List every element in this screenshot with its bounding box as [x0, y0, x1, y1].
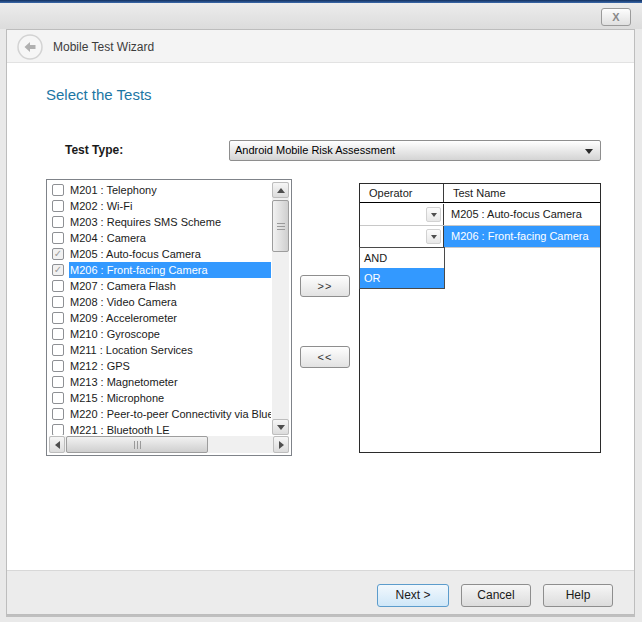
test-name-cell[interactable]: M205 : Auto-focus Camera	[444, 204, 600, 225]
wizard-header: Mobile Test Wizard	[7, 30, 634, 63]
test-list-item[interactable]: M207 : Camera Flash	[49, 278, 271, 294]
checkbox-icon[interactable]	[52, 200, 64, 212]
checkbox-icon[interactable]	[52, 296, 64, 308]
selected-tests-panel: Operator Test Name M205 : Auto-focus Cam…	[359, 183, 601, 453]
test-list-item[interactable]: M209 : Accelerometer	[49, 310, 271, 326]
scroll-left-button[interactable]	[49, 436, 65, 453]
test-list-item[interactable]: M208 : Video Camera	[49, 294, 271, 310]
test-list-item-label: M203 : Requires SMS Scheme	[69, 214, 271, 230]
checkbox-icon[interactable]	[52, 376, 64, 388]
chevron-down-icon	[431, 235, 437, 239]
operator-column-header: Operator	[360, 184, 444, 202]
test-list-item-label: M208 : Video Camera	[69, 294, 271, 310]
test-list-item-label: M205 : Auto-focus Camera	[69, 246, 271, 262]
test-name-cell[interactable]: M206 : Front-facing Camera	[444, 226, 600, 247]
test-list-item-label: M220 : Peer-to-peer Connectivity via Blu…	[69, 406, 271, 422]
test-list-item[interactable]: M204 : Camera	[49, 230, 271, 246]
test-list-item[interactable]: M201 : Telephony	[49, 182, 271, 198]
test-list-item[interactable]: M213 : Magnetometer	[49, 374, 271, 390]
vertical-scrollbar[interactable]	[272, 182, 289, 435]
test-list-item-label: M221 : Bluetooth LE	[69, 422, 271, 435]
selected-tests-header: Operator Test Name	[360, 184, 600, 203]
next-button[interactable]: Next >	[377, 584, 449, 607]
test-list-item-label: M201 : Telephony	[69, 182, 271, 198]
test-list-item[interactable]: ✓M205 : Auto-focus Camera	[49, 246, 271, 262]
operator-option[interactable]: AND	[360, 248, 444, 268]
arrow-down-icon	[277, 425, 285, 430]
wizard-title: Mobile Test Wizard	[53, 40, 154, 54]
arrow-up-icon	[277, 188, 285, 193]
operator-combo[interactable]	[360, 226, 444, 247]
test-list-item-label: M209 : Accelerometer	[69, 310, 271, 326]
test-list-item[interactable]: M203 : Requires SMS Scheme	[49, 214, 271, 230]
checkbox-icon[interactable]	[52, 408, 64, 420]
scroll-right-button[interactable]	[273, 436, 289, 453]
page-heading: Select the Tests	[46, 86, 152, 103]
help-button[interactable]: Help	[543, 584, 613, 607]
mobile-test-wizard-dialog: Mobile Test Wizard Select the Tests Test…	[6, 29, 635, 615]
vertical-scroll-thumb[interactable]	[272, 200, 289, 252]
checkbox-icon[interactable]	[52, 424, 64, 435]
test-type-value: Android Mobile Risk Assessment	[235, 144, 395, 156]
test-list-item[interactable]: M210 : Gyroscope	[49, 326, 271, 342]
checkbox-icon[interactable]	[52, 216, 64, 228]
test-list-item[interactable]: M212 : GPS	[49, 358, 271, 374]
selected-test-row: M205 : Auto-focus Camera	[360, 204, 600, 226]
add-tests-button[interactable]: >>	[300, 275, 350, 297]
chevron-down-icon	[585, 149, 593, 154]
checkbox-icon[interactable]	[52, 344, 64, 356]
checked-checkbox-icon[interactable]: ✓	[52, 248, 64, 260]
chevron-down-icon	[431, 213, 437, 217]
test-list-item-label: M212 : GPS	[69, 358, 271, 374]
test-type-select[interactable]: Android Mobile Risk Assessment	[229, 140, 601, 161]
test-list-item-label: M206 : Front-facing Camera	[69, 262, 271, 278]
operator-dropdown-button[interactable]	[426, 207, 441, 222]
selected-test-row: M206 : Front-facing Camera	[360, 226, 600, 248]
remove-tests-button[interactable]: <<	[300, 346, 350, 368]
cancel-button[interactable]: Cancel	[461, 584, 531, 607]
checkbox-icon[interactable]	[52, 328, 64, 340]
scroll-down-button[interactable]	[272, 419, 289, 435]
checkbox-icon[interactable]	[52, 184, 64, 196]
checked-checkbox-icon[interactable]: ✓	[52, 264, 64, 276]
available-tests-rows: M201 : TelephonyM202 : Wi-FiM203 : Requi…	[49, 182, 271, 435]
operator-dropdown-button[interactable]	[426, 229, 441, 244]
arrow-left-icon	[55, 441, 60, 449]
available-tests-list: M201 : TelephonyM202 : Wi-FiM203 : Requi…	[46, 179, 292, 456]
test-list-item-label: M213 : Magnetometer	[69, 374, 271, 390]
back-arrow-icon	[17, 34, 43, 60]
horizontal-scroll-thumb[interactable]	[66, 436, 208, 453]
test-list-item-label: M211 : Location Services	[69, 342, 271, 358]
checkbox-icon[interactable]	[52, 280, 64, 292]
test-list-item-label: M204 : Camera	[69, 230, 271, 246]
test-list-item-label: M207 : Camera Flash	[69, 278, 271, 294]
arrow-right-icon	[279, 441, 284, 449]
test-type-label: Test Type:	[65, 143, 123, 157]
selected-tests-rows: M205 : Auto-focus CameraM206 : Front-fac…	[360, 204, 600, 248]
test-list-item-label: M202 : Wi-Fi	[69, 198, 271, 214]
footer-bar: Next > Cancel Help	[7, 570, 634, 614]
checkbox-icon[interactable]	[52, 312, 64, 324]
test-name-column-header: Test Name	[444, 184, 600, 202]
test-list-item-label: M215 : Microphone	[69, 390, 271, 406]
checkbox-icon[interactable]	[52, 360, 64, 372]
test-list-item[interactable]: M211 : Location Services	[49, 342, 271, 358]
test-list-item-label: M210 : Gyroscope	[69, 326, 271, 342]
operator-combo[interactable]	[360, 204, 444, 225]
test-list-item[interactable]: M202 : Wi-Fi	[49, 198, 271, 214]
test-list-item[interactable]: M215 : Microphone	[49, 390, 271, 406]
back-button[interactable]	[17, 34, 43, 60]
operator-option[interactable]: OR	[360, 268, 444, 288]
thumb-grip-icon	[134, 441, 141, 449]
test-list-item[interactable]: M221 : Bluetooth LE	[49, 422, 271, 435]
horizontal-scrollbar[interactable]	[49, 436, 289, 453]
scroll-up-button[interactable]	[272, 182, 289, 198]
checkbox-icon[interactable]	[52, 392, 64, 404]
test-list-item[interactable]: M220 : Peer-to-peer Connectivity via Blu…	[49, 406, 271, 422]
operator-dropdown: ANDOR	[359, 247, 445, 289]
close-button[interactable]: X	[601, 8, 631, 26]
thumb-grip-icon	[277, 223, 285, 230]
checkbox-icon[interactable]	[52, 232, 64, 244]
test-list-item[interactable]: ✓M206 : Front-facing Camera	[49, 262, 271, 278]
titlebar: X	[0, 3, 642, 29]
